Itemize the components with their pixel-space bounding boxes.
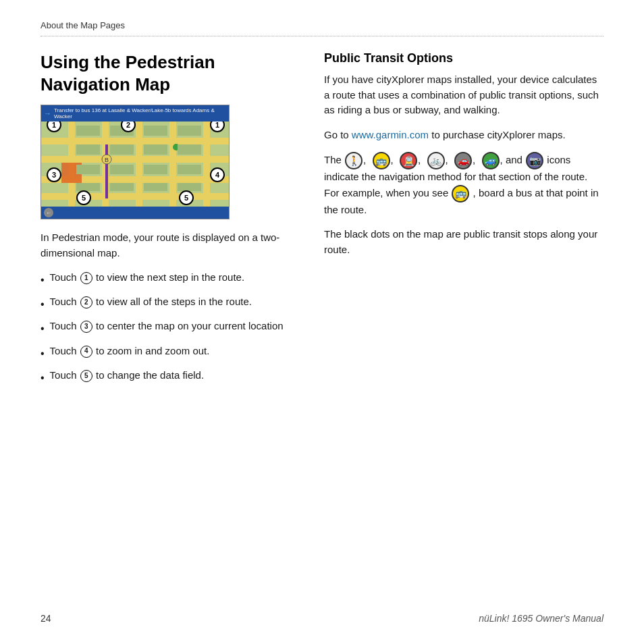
right-para1: If you have cityXplorer maps installed, … xyxy=(324,72,603,118)
page-container: About the Map Pages Using the Pedestrian… xyxy=(0,0,644,644)
map-callout-4: 4 xyxy=(210,167,225,182)
content-columns: Using the Pedestrian Navigation Map → Tr… xyxy=(41,51,603,392)
bike-icon: 🚲 xyxy=(427,152,445,169)
svg-rect-18 xyxy=(144,126,167,136)
map-top-bar: → Transfer to bus 136 at Lasalle & Wacke… xyxy=(41,105,229,122)
svg-rect-23 xyxy=(76,165,100,174)
svg-rect-27 xyxy=(76,183,100,191)
bullet-list: • Touch 1 to view the next step in the r… xyxy=(41,270,297,385)
bus-yellow-icon: 🚌 xyxy=(373,152,390,169)
main-heading: Using the Pedestrian Navigation Map xyxy=(41,51,297,95)
svg-rect-22 xyxy=(178,144,201,155)
svg-rect-15 xyxy=(76,126,100,136)
manual-title: nüLink! 1695 Owner's Manual xyxy=(479,613,603,624)
car-icon: 🚗 xyxy=(454,152,472,169)
car2-icon: 🚙 xyxy=(482,152,500,169)
svg-rect-21 xyxy=(178,126,201,136)
svg-rect-19 xyxy=(110,144,134,155)
svg-rect-25 xyxy=(144,165,167,174)
map-callout-5b: 5 xyxy=(179,190,194,205)
list-item: • Touch 4 to zoom in and zoom out. xyxy=(41,344,297,361)
page-footer: 24 nüLink! 1695 Owner's Manual xyxy=(41,613,603,624)
map-image: → Transfer to bus 136 at Lasalle & Wacke… xyxy=(41,105,230,219)
bus-inline-icon: 🚌 xyxy=(452,185,469,203)
svg-text:B: B xyxy=(105,157,109,163)
right-para3: The 🚶, 🚌, 🚊, 🚲, 🚗, 🚙, and 📷 icons indica… xyxy=(324,152,603,217)
right-heading: Public Transit Options xyxy=(324,51,603,65)
left-intro: In Pedestrian mode, your route is displa… xyxy=(41,230,297,261)
list-item: • Touch 1 to view the next step in the r… xyxy=(41,270,297,288)
breadcrumb: About the Map Pages xyxy=(41,20,603,36)
map-callout-3: 3 xyxy=(47,167,61,182)
walk-icon: 🚶 xyxy=(345,152,363,169)
bus-red-icon: 🚊 xyxy=(400,152,417,169)
svg-rect-20 xyxy=(144,144,167,155)
map-bottom-bar: ← xyxy=(41,207,229,219)
svg-rect-28 xyxy=(110,183,134,191)
svg-rect-16 xyxy=(76,144,100,155)
list-item: • Touch 3 to center the map on your curr… xyxy=(41,319,297,336)
svg-rect-29 xyxy=(144,183,167,191)
garmin-link[interactable]: www.garmin.com xyxy=(352,129,429,140)
svg-rect-30 xyxy=(178,183,201,191)
list-item: • Touch 5 to change the data field. xyxy=(41,368,297,385)
svg-rect-7 xyxy=(136,117,142,219)
list-item: • Touch 2 to view all of the steps in th… xyxy=(41,294,297,312)
left-column: Using the Pedestrian Navigation Map → Tr… xyxy=(41,51,297,392)
svg-rect-11 xyxy=(105,144,108,198)
page-number: 24 xyxy=(41,613,51,624)
svg-rect-9 xyxy=(203,117,210,219)
transit-cam-icon: 📷 xyxy=(526,152,543,169)
map-callout-5a: 5 xyxy=(76,190,91,205)
svg-rect-8 xyxy=(169,117,176,219)
right-para2: Go to www.garmin.com to purchase cityXpl… xyxy=(324,128,603,143)
right-para4: The black dots on the map are public tra… xyxy=(324,227,603,257)
svg-rect-24 xyxy=(110,165,134,174)
right-column: Public Transit Options If you have cityX… xyxy=(324,51,603,392)
svg-rect-26 xyxy=(178,165,201,174)
